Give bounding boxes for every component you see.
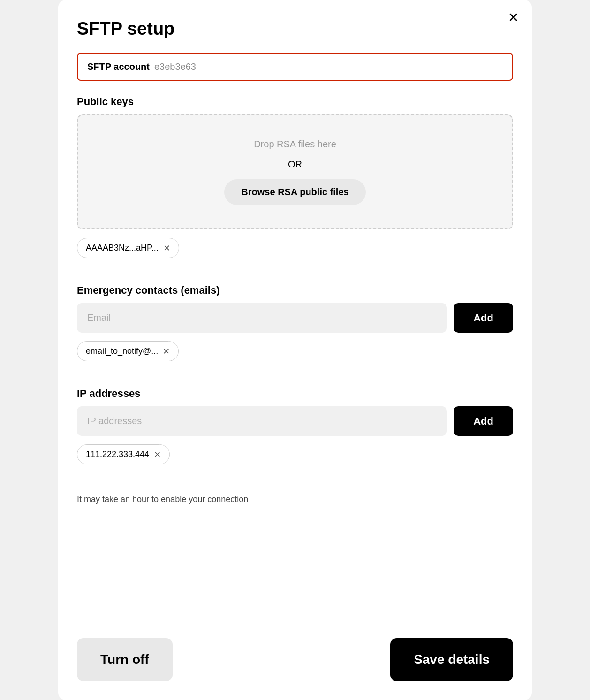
emergency-contacts-label: Emergency contacts (emails) [77,284,513,297]
sftp-account-label: SFTP account [87,61,150,72]
ip-tag-value: 111.222.333.444 [86,449,149,459]
close-button[interactable]: ✕ [508,11,519,24]
info-text: It may take an hour to enable your conne… [77,495,513,504]
email-input[interactable] [77,303,447,333]
public-key-tag: AAAAB3Nz...aHP... ✕ [77,238,179,258]
ip-tag-remove[interactable]: ✕ [154,450,161,459]
sftp-setup-modal: ✕ SFTP setup SFTP account e3eb3e63 Publi… [58,0,532,700]
ip-addresses-label: IP addresses [77,388,513,400]
emergency-contacts-section: Emergency contacts (emails) Add email_to… [77,284,513,374]
ip-addresses-section: IP addresses Add 111.222.333.444 ✕ [77,388,513,478]
email-tag-remove[interactable]: ✕ [163,347,170,356]
sftp-account-box: SFTP account e3eb3e63 [77,53,513,81]
browse-rsa-button[interactable]: Browse RSA public files [224,179,365,205]
turn-off-button[interactable]: Turn off [77,638,173,681]
or-text: OR [288,159,302,170]
save-details-button[interactable]: Save details [390,638,513,681]
ip-input-row: Add [77,406,513,436]
add-email-button[interactable]: Add [454,303,513,333]
drop-zone[interactable]: Drop RSA files here OR Browse RSA public… [77,114,513,229]
ip-tag: 111.222.333.444 ✕ [77,444,170,464]
add-ip-button[interactable]: Add [454,406,513,436]
footer: Turn off Save details [77,638,513,681]
public-key-tag-remove[interactable]: ✕ [163,244,170,252]
drop-text: Drop RSA files here [254,139,336,150]
modal-title: SFTP setup [77,19,513,39]
email-tag: email_to_notify@... ✕ [77,341,179,361]
sftp-account-value: e3eb3e63 [154,61,196,72]
email-tag-value: email_to_notify@... [86,346,158,356]
public-keys-label: Public keys [77,96,513,108]
ip-input[interactable] [77,406,447,436]
email-input-row: Add [77,303,513,333]
public-keys-section: Public keys Drop RSA files here OR Brows… [77,96,513,271]
public-key-tag-value: AAAAB3Nz...aHP... [86,243,159,253]
